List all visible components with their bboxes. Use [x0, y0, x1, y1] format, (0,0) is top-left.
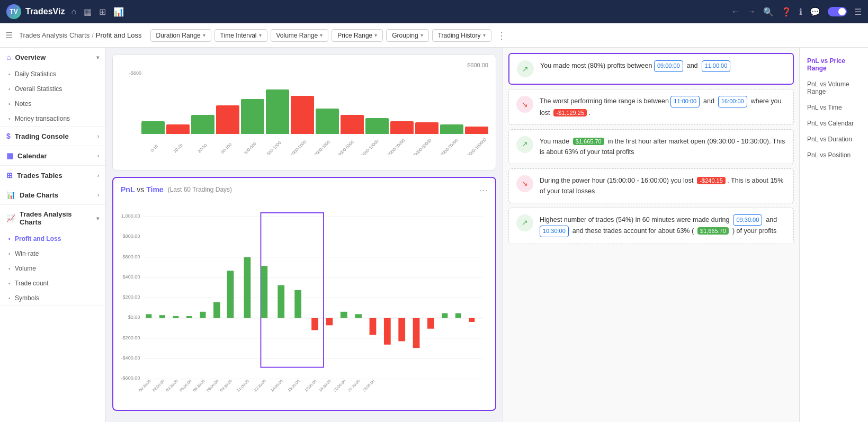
- calendar-chevron: ›: [97, 153, 99, 159]
- insight-panel: ↗ You made most (80%) profits between 09…: [503, 48, 799, 422]
- sidebar-item-daily-statistics[interactable]: Daily Statistics: [0, 67, 105, 82]
- insight-4-text: During the power hour (15:00:00 - 16:00:…: [540, 175, 786, 196]
- chart-menu-button[interactable]: ⋯: [479, 185, 488, 195]
- calendar-icon[interactable]: ▦: [84, 7, 92, 17]
- bar-20000-50000: [415, 122, 439, 134]
- time-interval-dropdown[interactable]: Time Interval▾: [214, 29, 267, 42]
- svg-text:06:30:00: 06:30:00: [192, 379, 206, 392]
- bar-500-1000: [266, 89, 289, 134]
- more-options-button[interactable]: ⋮: [497, 30, 506, 41]
- insight-card-1: ↗ You made most (80%) profits between 09…: [508, 53, 794, 85]
- sidebar-section-trades-analysis: 📈 Trades Analysis Charts ▾ Profit and Lo…: [0, 205, 105, 306]
- svg-text:05:00:00: 05:00:00: [178, 379, 192, 392]
- trades-analysis-icon: 📈: [6, 214, 15, 222]
- sidebar-header-date-charts[interactable]: 📊 Date Charts ›: [0, 185, 105, 204]
- trading-console-label: Trading Console: [15, 132, 69, 140]
- volume-range-dropdown[interactable]: Volume Range▾: [271, 29, 329, 42]
- svg-text:-$200.00: -$200.00: [121, 335, 140, 340]
- right-nav-pnl-price[interactable]: PnL vs Price Range: [804, 53, 864, 76]
- insight-card-2: ↘ The worst performing time range is bet…: [508, 89, 794, 125]
- calendar-label: Calendar: [17, 152, 47, 160]
- sidebar-item-symbols[interactable]: Symbols: [0, 291, 105, 306]
- back-icon[interactable]: ←: [731, 7, 740, 16]
- svg-rect-25: [227, 271, 234, 318]
- layout-icon[interactable]: ⊞: [99, 7, 106, 17]
- sidebar-item-overall-statistics[interactable]: Overall Statistics: [0, 82, 105, 96]
- pnl-time-header: PnL vs Time (Last 60 Trading Days) ⋯: [121, 185, 488, 194]
- insight-4-icon: ↘: [516, 175, 533, 192]
- svg-text:$800.00: $800.00: [123, 234, 140, 239]
- svg-rect-34: [370, 318, 377, 335]
- right-nav-pnl-volume[interactable]: PnL vs Volume Range: [804, 76, 864, 100]
- logo-icon: TV: [6, 4, 21, 19]
- insight-card-3: ↗ You made $1,665.70 in the first hour a…: [508, 129, 794, 164]
- svg-text:$400.00: $400.00: [123, 274, 140, 280]
- sidebar-item-profit-and-loss[interactable]: Profit and Loss: [0, 231, 105, 246]
- top-chart-label: -$600.00: [120, 62, 488, 68]
- price-range-bars: -$600: [120, 70, 488, 145]
- right-nav: PnL vs Price Range PnL vs Volume Range P…: [799, 48, 868, 422]
- bar-10-20: [166, 124, 190, 134]
- bar-50000-75000: [440, 124, 463, 134]
- insight-5-time2: 10:30:00: [540, 226, 569, 237]
- sidebar: ⌂ Overview ▾ Daily Statistics Overall St…: [0, 48, 106, 422]
- sidebar-header-trading-console[interactable]: $ Trading Console ›: [0, 127, 105, 146]
- sidebar-header-trades-tables[interactable]: ⊞ Trades Tables ›: [0, 166, 105, 185]
- pnl-time-chart-area: $1,000.00 $800.00 $600.00 $400.00 $200.0…: [121, 199, 488, 402]
- right-nav-pnl-position[interactable]: PnL vs Position: [804, 147, 864, 163]
- svg-rect-39: [442, 313, 448, 318]
- right-nav-pnl-duration[interactable]: PnL vs Duration: [804, 131, 864, 147]
- svg-rect-21: [173, 316, 178, 318]
- insight-3-amount: $1,665.70: [573, 138, 604, 145]
- sidebar-toggle[interactable]: ☰: [5, 30, 13, 40]
- right-nav-pnl-calendar[interactable]: PnL vs Calendar: [804, 115, 864, 131]
- price-range-dropdown[interactable]: Price Range▾: [332, 29, 383, 42]
- svg-text:08:00:00: 08:00:00: [205, 379, 219, 392]
- grouping-dropdown[interactable]: Grouping▾: [386, 29, 428, 42]
- bar-5000-10000: [365, 118, 389, 134]
- sidebar-header-overview[interactable]: ⌂ Overview ▾: [0, 48, 105, 67]
- svg-text:$0.00: $0.00: [128, 315, 140, 320]
- svg-text:12:30:00: 12:30:00: [253, 379, 266, 392]
- svg-rect-33: [355, 314, 362, 318]
- svg-rect-29: [294, 290, 301, 318]
- trades-tables-icon: ⊞: [6, 171, 13, 179]
- duration-range-dropdown[interactable]: Duration Range▾: [150, 29, 211, 42]
- pnl-time-card: PnL vs Time (Last 60 Trading Days) ⋯ $1,…: [112, 177, 496, 411]
- sidebar-item-trade-count[interactable]: Trade count: [0, 276, 105, 291]
- svg-rect-31: [326, 318, 333, 326]
- app-logo[interactable]: TV TradesViz: [6, 4, 65, 19]
- sidebar-header-trades-analysis[interactable]: 📈 Trades Analysis Charts ▾: [0, 205, 105, 231]
- message-icon[interactable]: 💬: [810, 7, 820, 17]
- breadcrumb-parent[interactable]: Trades Analysis Charts: [19, 31, 90, 39]
- insight-2-icon: ↘: [516, 96, 533, 113]
- svg-rect-24: [213, 302, 220, 318]
- svg-text:20:00:00: 20:00:00: [333, 379, 346, 392]
- svg-text:03:30:00: 03:30:00: [165, 379, 179, 392]
- insight-1-time2: 11:00:00: [702, 60, 731, 72]
- right-nav-pnl-time[interactable]: PnL vs Time: [804, 100, 864, 115]
- forward-icon[interactable]: →: [747, 7, 756, 16]
- chart-icon[interactable]: 📊: [113, 7, 124, 17]
- insight-5-time1: 09:30:00: [733, 214, 762, 226]
- home-icon[interactable]: ⌂: [71, 7, 76, 16]
- info-icon[interactable]: ℹ: [799, 7, 802, 17]
- nav-left: TV TradesViz ⌂ ▦ ⊞ 📊: [6, 4, 124, 19]
- svg-text:15:30:00: 15:30:00: [287, 379, 300, 392]
- svg-rect-40: [455, 313, 461, 318]
- pnl-time-title: PnL vs Time: [121, 185, 164, 194]
- menu-icon[interactable]: ☰: [854, 7, 862, 17]
- trading-history-dropdown[interactable]: Trading History▾: [432, 29, 491, 42]
- trading-console-chevron: ›: [97, 133, 99, 139]
- overview-icon: ⌂: [6, 53, 11, 61]
- sidebar-header-calendar[interactable]: ▦ Calendar ›: [0, 146, 105, 165]
- help-icon[interactable]: ❓: [781, 7, 792, 17]
- search-icon[interactable]: 🔍: [763, 7, 774, 17]
- svg-rect-32: [341, 312, 347, 318]
- pnl-price-range-card: -$600.00 -$600: [112, 54, 496, 170]
- sidebar-item-money-transactions[interactable]: Money transactions: [0, 111, 105, 126]
- theme-toggle[interactable]: [828, 7, 847, 16]
- sidebar-item-notes[interactable]: Notes: [0, 96, 105, 111]
- sidebar-item-volume[interactable]: Volume: [0, 261, 105, 276]
- sidebar-item-win-rate[interactable]: Win-rate: [0, 246, 105, 261]
